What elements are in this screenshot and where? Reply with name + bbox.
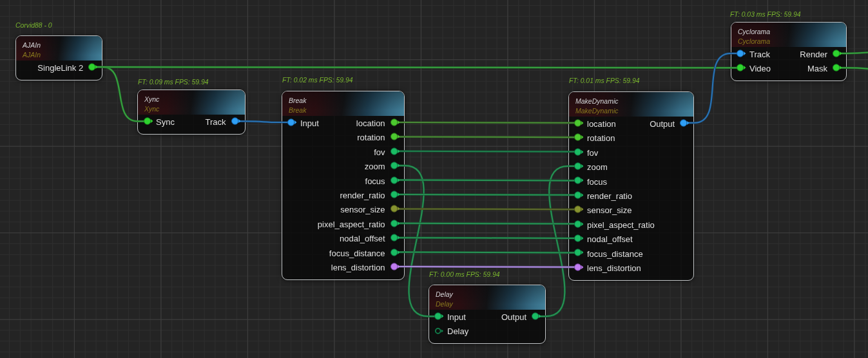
node-badge-delay: FT: 0.00 ms FPS: 59.94 bbox=[429, 270, 500, 279]
port-makedynamic-rotation[interactable]: rotation bbox=[569, 131, 693, 145]
port-label: sensor_size bbox=[340, 205, 385, 214]
port-label: location bbox=[356, 118, 385, 127]
port-makedynamic-sensor_size[interactable]: sensor_size bbox=[569, 203, 693, 217]
node-subtitle: AJAIn bbox=[23, 50, 102, 61]
wire-break-md-rotation[interactable] bbox=[394, 137, 578, 137]
port-label: Delay bbox=[447, 326, 468, 336]
port-break-pixel_aspect_ratio[interactable]: pixel_aspect_ratio bbox=[282, 217, 404, 231]
node-subtitle: MakeDynamic bbox=[575, 106, 693, 117]
wire-outline-break-md-location bbox=[394, 122, 578, 123]
node-badge-ajain: Corvid88 - 0 bbox=[15, 21, 52, 30]
wire-break-md-pixel_aspect_ratio[interactable] bbox=[394, 223, 578, 224]
port-label: zoom bbox=[365, 162, 385, 171]
port-break-focus[interactable]: focus bbox=[282, 173, 404, 187]
node-subtitle: Cyclorama bbox=[738, 37, 846, 47]
node-header-ajain[interactable]: AJAInAJAIn bbox=[16, 36, 102, 61]
port-break-zoom[interactable]: zoom bbox=[282, 159, 404, 173]
port-cyclorama-Mask[interactable]: Mask bbox=[731, 61, 846, 75]
wire-break-md-fov[interactable] bbox=[394, 151, 578, 152]
port-makedynamic-pixel_aspect_ratio[interactable]: pixel_aspect_ratio bbox=[569, 217, 693, 231]
node-xync[interactable]: XyncXyncSyncTrack bbox=[137, 90, 246, 135]
wire-break-md-nodal_offset[interactable] bbox=[394, 238, 578, 238]
port-break-fov[interactable]: fov bbox=[282, 145, 404, 159]
port-label: focus_distance bbox=[587, 249, 643, 258]
node-badge-break: FT: 0.02 ms FPS: 59.94 bbox=[282, 76, 353, 85]
port-makedynamic-fov[interactable]: fov bbox=[569, 145, 693, 159]
port-makedynamic-zoom[interactable]: zoom bbox=[569, 160, 693, 174]
port-makedynamic-Output[interactable]: Output bbox=[569, 117, 693, 131]
wire-break-md-lens_distortion[interactable] bbox=[394, 267, 578, 267]
wire-outline-break-md-pixel_aspect_ratio bbox=[394, 223, 578, 224]
wire-outline-break-md-sensor_size bbox=[394, 209, 578, 209]
port-label: Output bbox=[501, 312, 526, 322]
node-delay[interactable]: DelayDelayInputDelayOutput bbox=[429, 285, 546, 344]
port-label: Output bbox=[650, 118, 675, 128]
node-cyclorama[interactable]: CycloramaCycloramaTrackVideoRenderMask bbox=[731, 22, 847, 81]
port-label: fov bbox=[587, 147, 598, 157]
wire-outline-break-md-rotation bbox=[394, 137, 578, 137]
node-title: MakeDynamic bbox=[575, 96, 693, 106]
port-break-focus_distance[interactable]: focus_distance bbox=[282, 245, 404, 259]
wire-ajain-cyclorama[interactable] bbox=[92, 67, 740, 68]
port-label: render_ratio bbox=[340, 190, 385, 200]
port-makedynamic-focus_distance[interactable]: focus_distance bbox=[569, 246, 693, 260]
port-label: pixel_aspect_ratio bbox=[318, 219, 385, 229]
port-label: nodal_offset bbox=[587, 234, 633, 243]
node-graph-canvas[interactable]: AJAInAJAInSingleLink 2Corvid88 - 0XyncXy… bbox=[0, 0, 868, 358]
port-xync-Track[interactable]: Track bbox=[138, 115, 245, 129]
port-label: focus bbox=[365, 176, 385, 185]
port-label: sensor_size bbox=[587, 205, 632, 215]
port-makedynamic-render_ratio[interactable]: render_ratio bbox=[569, 189, 693, 203]
node-header-break[interactable]: BreakBreak bbox=[282, 91, 404, 116]
port-break-nodal_offset[interactable]: nodal_offset bbox=[282, 231, 404, 245]
wire-outline-ajain-cyclorama bbox=[92, 67, 740, 68]
node-title: Break bbox=[289, 95, 404, 106]
node-badge-xync: FT: 0.09 ms FPS: 59.94 bbox=[138, 78, 209, 87]
port-makedynamic-nodal_offset[interactable]: nodal_offset bbox=[569, 232, 693, 246]
node-title: AJAIn bbox=[23, 41, 102, 51]
wire-outline-break-md-focus_distance bbox=[394, 252, 578, 253]
wire-break-md-focus_distance[interactable] bbox=[394, 252, 578, 253]
node-badge-makedynamic: FT: 0.01 ms FPS: 59.94 bbox=[569, 77, 640, 86]
wire-outline-break-md-fov bbox=[394, 151, 578, 152]
node-badge-cyclorama: FT: 0.03 ms FPS: 59.94 bbox=[730, 10, 801, 19]
port-break-rotation[interactable]: rotation bbox=[282, 130, 404, 144]
wire-outline-break-md-lens_distortion bbox=[394, 267, 578, 267]
port-break-sensor_size[interactable]: sensor_size bbox=[282, 202, 404, 216]
node-ajain[interactable]: AJAInAJAInSingleLink 2 bbox=[15, 35, 102, 80]
wire-break-md-focus[interactable] bbox=[394, 180, 578, 181]
port-break-render_ratio[interactable]: render_ratio bbox=[282, 188, 404, 202]
port-label: focus bbox=[587, 176, 607, 186]
port-label: render_ratio bbox=[587, 191, 632, 200]
port-label: focus_distance bbox=[329, 248, 385, 258]
wire-break-md-render_ratio[interactable] bbox=[394, 194, 578, 195]
node-subtitle: Delay bbox=[436, 299, 545, 310]
node-header-delay[interactable]: DelayDelay bbox=[429, 285, 545, 310]
port-makedynamic-focus[interactable]: focus bbox=[569, 174, 693, 188]
node-header-xync[interactable]: XyncXync bbox=[138, 90, 245, 115]
node-header-cyclorama[interactable]: CycloramaCyclorama bbox=[731, 23, 846, 47]
node-title: Xync bbox=[144, 95, 245, 105]
node-title: Delay bbox=[436, 290, 545, 300]
port-label: rotation bbox=[587, 133, 615, 143]
port-cyclorama-Render[interactable]: Render bbox=[731, 47, 846, 61]
port-ajain-SingleLink 2[interactable]: SingleLink 2 bbox=[16, 61, 102, 75]
node-makedynamic[interactable]: MakeDynamicMakeDynamiclocationrotationfo… bbox=[568, 91, 694, 281]
port-delay-Delay[interactable]: Delay bbox=[429, 324, 545, 338]
node-header-makedynamic[interactable]: MakeDynamicMakeDynamic bbox=[569, 92, 693, 117]
port-label: pixel_aspect_ratio bbox=[587, 220, 655, 229]
wire-outline-break-md-render_ratio bbox=[394, 194, 578, 195]
port-label: Render bbox=[800, 49, 827, 59]
wire-break-md-location[interactable] bbox=[394, 122, 578, 123]
port-label: zoom bbox=[587, 162, 608, 171]
port-label: Mask bbox=[807, 64, 827, 73]
wire-break-md-sensor_size[interactable] bbox=[394, 209, 578, 209]
node-subtitle: Xync bbox=[144, 104, 245, 115]
port-break-lens_distortion[interactable]: lens_distortion bbox=[282, 260, 404, 274]
wire-outline-break-md-nodal_offset bbox=[394, 238, 578, 238]
port-label: nodal_offset bbox=[340, 234, 385, 243]
port-makedynamic-lens_distortion[interactable]: lens_distortion bbox=[569, 261, 693, 275]
node-break[interactable]: BreakBreakInputlocationrotationfovzoomfo… bbox=[282, 91, 405, 280]
port-break-location[interactable]: location bbox=[282, 116, 404, 130]
port-delay-Output[interactable]: Output bbox=[429, 310, 545, 324]
